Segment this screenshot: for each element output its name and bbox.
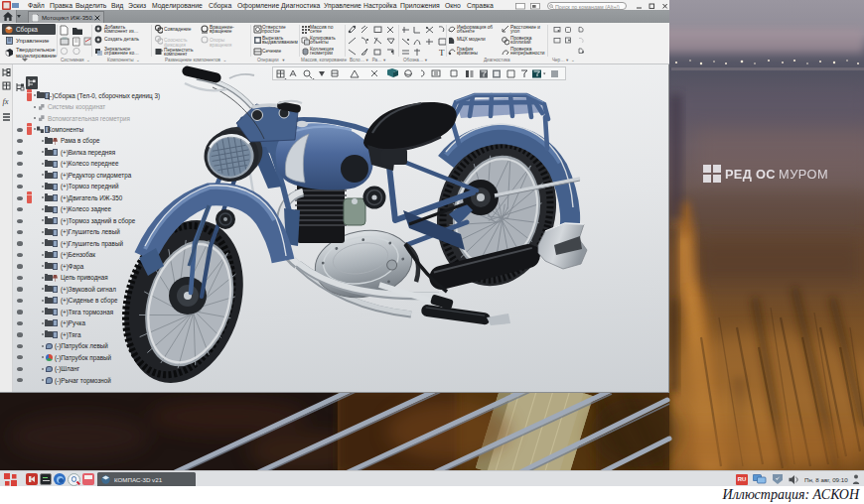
svg-text:МУРОМ: МУРОМ bbox=[779, 167, 828, 182]
svg-text:РЕД ОС: РЕД ОС bbox=[725, 167, 776, 182]
